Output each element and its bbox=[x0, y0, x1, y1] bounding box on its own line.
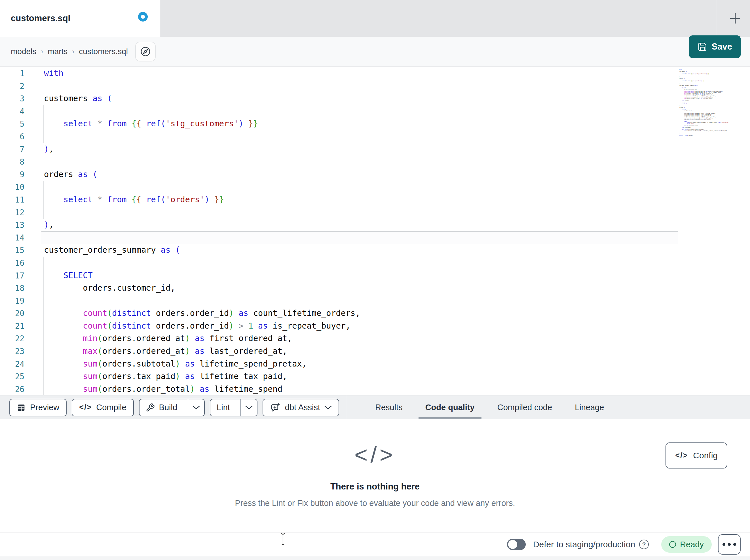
build-split-button: Build bbox=[139, 399, 205, 416]
tab-lineage[interactable]: Lineage bbox=[568, 395, 611, 419]
chevron-down-icon bbox=[193, 406, 200, 410]
editor-tab-strip: customers.sql bbox=[0, 0, 750, 37]
line-number: 5 bbox=[0, 118, 24, 130]
code-line[interactable]: 26 sum(orders.order_total) as lifetime_s… bbox=[0, 383, 750, 395]
breadcrumb-separator: › bbox=[72, 47, 74, 56]
action-toolbar: Preview </> Compile Build Lint bbox=[0, 395, 750, 420]
code-line[interactable]: 4 bbox=[0, 105, 750, 118]
code-line[interactable]: 15customer_orders_summary as ( bbox=[0, 244, 750, 257]
code-brackets-icon: </> bbox=[354, 442, 396, 468]
breadcrumb-models[interactable]: models bbox=[11, 47, 36, 56]
code-line[interactable]: 20 count(distinct orders.order_id) as co… bbox=[0, 307, 750, 320]
ellipsis-icon bbox=[723, 543, 725, 546]
mouse-cursor-ibeam bbox=[280, 533, 287, 545]
compile-button-label: Compile bbox=[96, 403, 126, 412]
line-number: 15 bbox=[0, 244, 24, 257]
editor-scrollbar-track[interactable] bbox=[741, 66, 750, 395]
lint-dropdown-button[interactable] bbox=[240, 399, 257, 416]
code-line[interactable]: 9orders as ( bbox=[0, 168, 750, 181]
build-dropdown-button[interactable] bbox=[188, 399, 204, 416]
table-preview-icon bbox=[17, 403, 26, 412]
navigate-file-button[interactable] bbox=[135, 42, 156, 61]
breadcrumb-customers-sql[interactable]: customers.sql bbox=[79, 47, 128, 56]
more-options-button[interactable] bbox=[718, 534, 741, 555]
code-line[interactable]: 6 bbox=[0, 130, 750, 143]
code-line[interactable]: 24 sum(orders.subtotal) as lifetime_spen… bbox=[0, 358, 750, 371]
build-button-label: Build bbox=[159, 403, 178, 412]
line-number: 6 bbox=[0, 130, 24, 143]
line-number: 9 bbox=[0, 168, 24, 181]
dbt-ide-window: customers.sql models › marts › customers… bbox=[0, 0, 750, 560]
defer-label: Defer to staging/production bbox=[533, 540, 635, 549]
line-number: 20 bbox=[0, 307, 24, 320]
defer-toggle[interactable] bbox=[507, 539, 526, 550]
line-number: 7 bbox=[0, 143, 24, 156]
new-tab-button[interactable] bbox=[720, 0, 750, 37]
toggle-knob bbox=[508, 540, 517, 549]
code-line[interactable]: 5 select * from {{ ref('stg_customers') … bbox=[0, 118, 750, 130]
plus-icon bbox=[728, 11, 743, 26]
line-number: 21 bbox=[0, 320, 24, 333]
ellipsis-icon bbox=[733, 543, 736, 546]
code-line[interactable]: 12 bbox=[0, 206, 750, 219]
breadcrumb-separator: › bbox=[41, 47, 43, 56]
preview-button-label: Preview bbox=[30, 403, 59, 412]
line-number: 23 bbox=[0, 345, 24, 358]
line-number: 24 bbox=[0, 358, 24, 371]
line-number: 12 bbox=[0, 206, 24, 219]
status-circle-icon bbox=[669, 541, 676, 548]
code-line[interactable]: 7), bbox=[0, 143, 750, 156]
code-line[interactable]: 25 sum(orders.tax_paid) as lifetime_tax_… bbox=[0, 370, 750, 383]
code-line[interactable]: 16 bbox=[0, 257, 750, 269]
panel-tab-bar: Results Code quality Compiled code Linea… bbox=[359, 395, 611, 419]
code-quality-panel: </> There is nothing here Press the Lint… bbox=[0, 419, 750, 533]
line-number: 22 bbox=[0, 332, 24, 345]
build-button[interactable]: Build bbox=[139, 399, 184, 416]
config-button[interactable]: </> Config bbox=[666, 442, 727, 469]
code-line[interactable]: 3customers as ( bbox=[0, 92, 750, 105]
code-line[interactable]: 11 select * from {{ ref('orders') }} bbox=[0, 193, 750, 206]
tab-code-quality[interactable]: Code quality bbox=[418, 395, 481, 419]
breadcrumb-marts[interactable]: marts bbox=[47, 47, 67, 56]
toolbar-divider bbox=[346, 395, 346, 419]
save-button[interactable]: Save bbox=[689, 36, 741, 58]
lint-button-label: Lint bbox=[217, 403, 230, 412]
code-line[interactable]: 8 bbox=[0, 155, 750, 168]
code-line[interactable]: 10 bbox=[0, 181, 750, 193]
minimap[interactable]: with customers as ( select * from {{ ref… bbox=[679, 69, 739, 136]
code-line[interactable]: 17 SELECT bbox=[0, 269, 750, 282]
compile-button[interactable]: </> Compile bbox=[72, 399, 134, 416]
line-number: 17 bbox=[0, 269, 24, 282]
lint-button[interactable]: Lint bbox=[211, 399, 236, 416]
preview-button[interactable]: Preview bbox=[9, 399, 67, 416]
tab-compiled-code[interactable]: Compiled code bbox=[491, 395, 559, 419]
window-footer-strip bbox=[0, 556, 750, 560]
line-number: 19 bbox=[0, 295, 24, 307]
dbt-assist-button[interactable]: dbt Assist bbox=[262, 399, 339, 416]
code-brackets-icon: </> bbox=[675, 451, 688, 460]
code-line[interactable]: 23 max(orders.ordered_at) as last_ordere… bbox=[0, 345, 750, 358]
empty-state-subtitle: Press the Lint or Fix button above to ev… bbox=[235, 499, 515, 508]
tab-title: customers.sql bbox=[11, 13, 70, 23]
code-line[interactable]: 14 bbox=[0, 231, 750, 244]
line-number: 8 bbox=[0, 155, 24, 168]
code-line[interactable]: 13), bbox=[0, 219, 750, 231]
line-number: 13 bbox=[0, 219, 24, 231]
dbt-assist-label: dbt Assist bbox=[285, 403, 320, 412]
code-line[interactable]: 18 orders.customer_id, bbox=[0, 282, 750, 295]
code-line[interactable]: 2 bbox=[0, 80, 750, 92]
status-ready-badge: Ready bbox=[661, 536, 712, 553]
line-number: 3 bbox=[0, 92, 24, 105]
code-line[interactable]: 19 bbox=[0, 295, 750, 307]
code-line[interactable]: 22 min(orders.ordered_at) as first_order… bbox=[0, 332, 750, 345]
compass-icon bbox=[139, 46, 152, 58]
editor-tab-customers-sql[interactable]: customers.sql bbox=[0, 0, 160, 37]
config-button-label: Config bbox=[693, 451, 718, 460]
help-icon[interactable]: ? bbox=[639, 540, 649, 549]
code-line[interactable]: 21 count(distinct orders.order_id) > 1 a… bbox=[0, 320, 750, 333]
line-number: 4 bbox=[0, 105, 24, 118]
tab-results[interactable]: Results bbox=[368, 395, 410, 419]
line-number: 11 bbox=[0, 193, 24, 206]
code-line[interactable]: 1with bbox=[0, 67, 750, 80]
code-editor[interactable]: 1with23customers as (45 select * from {{… bbox=[0, 66, 750, 395]
